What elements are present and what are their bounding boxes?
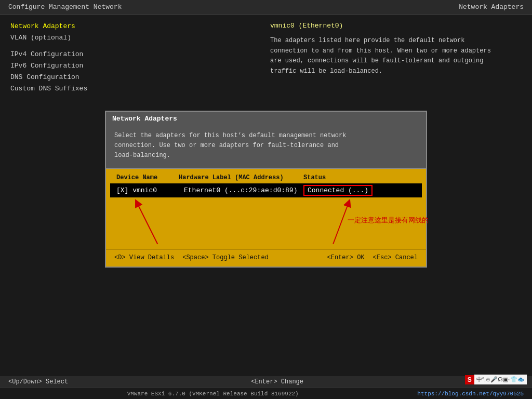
modal-table-area: Device Name Hardware Label (MAC Address)… bbox=[106, 169, 426, 267]
status-cell: Connected (...) bbox=[303, 185, 373, 196]
space-hint[interactable]: <Space> Toggle Selected bbox=[182, 254, 269, 261]
enter-hint[interactable]: <Enter> OK bbox=[327, 254, 365, 261]
bottom-left-hint: <Up/Down> Select bbox=[8, 378, 68, 385]
modal-description: Select the adapters for this host’s defa… bbox=[106, 126, 426, 169]
bottom-bar-2: VMware ESXi 6.7.0 (VMKernel Release Buil… bbox=[0, 388, 532, 399]
modal-header: Network Adapters bbox=[106, 112, 426, 126]
bottom2-center: VMware ESXi 6.7.0 (VMKernel Release Buil… bbox=[127, 391, 299, 397]
csdn-badge-area: S 中°,⊙🎤☊▣◦👕🐟 bbox=[465, 375, 527, 384]
col-header-hardware: Hardware Label (MAC Address) bbox=[179, 174, 303, 181]
csdn-icons: 中°,⊙🎤☊▣◦👕🐟 bbox=[474, 375, 527, 384]
bottom2-url: https://blog.csdn.net/qyy970525 bbox=[417, 391, 524, 397]
modal-overlay: Network Adapters Select the adapters for… bbox=[0, 0, 532, 378]
esc-hint[interactable]: <Esc> Cancel bbox=[373, 254, 418, 261]
col-header-status: Status bbox=[303, 174, 387, 181]
chinese-annotation: 一定注意这里是接有网线的 bbox=[348, 216, 429, 225]
footer-left: <D> View Details <Space> Toggle Selected bbox=[114, 254, 269, 261]
table-row[interactable]: [X] vmnic0 Ethernet0 (...c:29:ae:d0:89) … bbox=[110, 183, 422, 197]
bottom-center-hint: <Enter> Change bbox=[251, 378, 303, 385]
svg-line-3 bbox=[333, 203, 349, 244]
hardware-cell: Ethernet0 (...c:29:ae:d0:89) bbox=[184, 187, 303, 194]
bottom-bar-1: <Up/Down> Select <Enter> Change <Esc> Ex… bbox=[0, 376, 532, 388]
modal-title: Network Adapters bbox=[112, 115, 177, 123]
main-background: Configure Management Network Network Ada… bbox=[0, 0, 532, 399]
device-cell: [X] vmnic0 bbox=[116, 187, 184, 194]
annotation-area: 一定注意这里是接有网线的 bbox=[106, 197, 426, 249]
svg-line-2 bbox=[137, 203, 158, 244]
network-adapters-modal: Network Adapters Select the adapters for… bbox=[105, 111, 427, 268]
footer-right: <Enter> OK <Esc> Cancel bbox=[327, 254, 418, 261]
table-header-row: Device Name Hardware Label (MAC Address)… bbox=[106, 173, 426, 182]
col-header-device: Device Name bbox=[116, 174, 179, 181]
csdn-badge: S bbox=[465, 375, 474, 384]
d-hint[interactable]: <D> View Details bbox=[114, 254, 174, 261]
modal-footer: <D> View Details <Space> Toggle Selected… bbox=[106, 249, 426, 267]
